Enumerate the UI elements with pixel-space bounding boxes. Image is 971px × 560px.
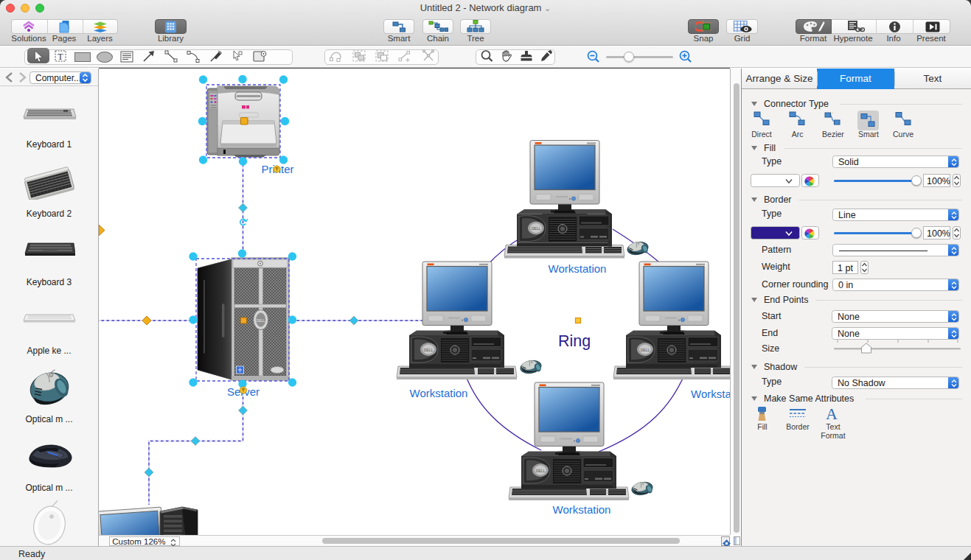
svg-text:Workstation: Workstation (553, 503, 611, 516)
svg-text:Workstation: Workstation (410, 387, 468, 399)
svg-text:Workstation: Workstation (691, 388, 730, 400)
svg-text:Workstation: Workstation (549, 262, 607, 275)
svg-text:DELL: DELL (257, 319, 265, 323)
svg-text:Ring: Ring (558, 332, 591, 350)
svg-text:T: T (58, 52, 63, 62)
